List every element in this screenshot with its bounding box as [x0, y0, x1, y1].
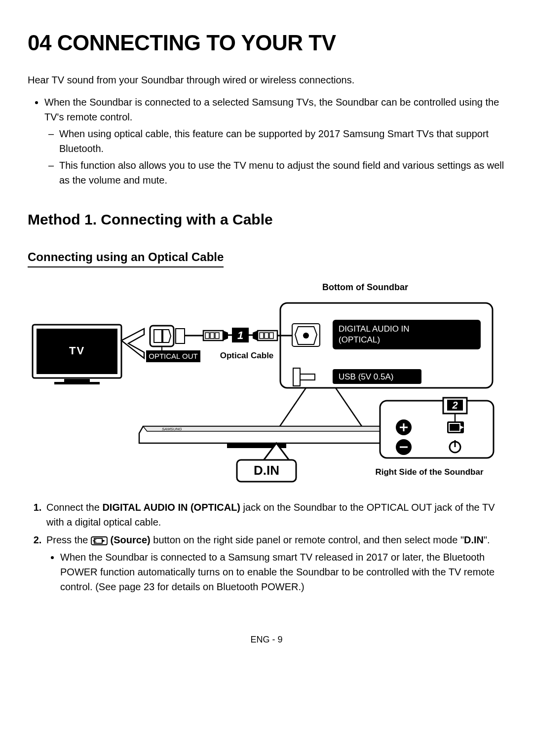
dash-1: When using optical cable, this feature c…: [59, 126, 505, 156]
step1-pre: Connect the: [46, 502, 102, 513]
optical-port-icon: [292, 324, 320, 346]
step2-bold: (Source): [108, 534, 151, 545]
intro-text: Hear TV sound from your Soundbar through…: [28, 73, 505, 87]
source-icon: [447, 421, 464, 433]
callout-1: 1: [237, 329, 243, 341]
svg-rect-29: [54, 382, 100, 384]
svg-rect-43: [258, 331, 277, 340]
tv-illustration: TV: [33, 325, 121, 384]
step2-bullets: When the Soundbar is connected to a Sams…: [46, 550, 505, 594]
plus-icon: [396, 419, 412, 435]
dash-list: When using optical cable, this feature c…: [44, 126, 505, 188]
step2-pre: Press the: [46, 534, 91, 545]
cable-end-left-icon: [203, 331, 228, 340]
callout-2: 2: [452, 400, 457, 411]
optical-out-label: OPTICAL OUT: [149, 352, 197, 360]
svg-line-8: [336, 388, 365, 431]
usb-label: USB (5V 0.5A): [339, 372, 394, 381]
intro-bullets: When the Soundbar is connected to a sele…: [28, 95, 505, 188]
svg-rect-5: [293, 368, 300, 386]
digital-audio-in-line2: (OPTICAL): [339, 335, 380, 344]
step1-bold: DIGITAL AUDIO IN (OPTICAL): [102, 502, 240, 513]
sub-title: Connecting using an Optical Cable: [28, 249, 224, 268]
step2-bullet-1: When the Soundbar is connected to a Sams…: [60, 550, 505, 594]
step-1: Connect the DIGITAL AUDIO IN (OPTICAL) j…: [44, 500, 505, 529]
method-title: Method 1. Connecting with a Cable: [28, 209, 505, 230]
connection-diagram: Bottom of Soundbar DIGITAL AUDIO IN (OPT…: [30, 275, 503, 486]
steps-list: Connect the DIGITAL AUDIO IN (OPTICAL) j…: [28, 500, 505, 595]
svg-rect-36: [203, 331, 223, 340]
step2-din: D.IN: [464, 534, 484, 545]
svg-point-3: [303, 333, 309, 339]
step2-end: ".: [484, 534, 490, 545]
page-footer: ENG - 9: [28, 634, 505, 646]
bullet-main: When the Soundbar is connected to a sele…: [44, 95, 505, 188]
optical-plug-left-icon: OPTICAL OUT: [146, 326, 200, 362]
svg-text:SAMSUNG: SAMSUNG: [162, 427, 182, 431]
bottom-soundbar-label: Bottom of Soundbar: [322, 282, 408, 292]
cable-end-right-icon: [253, 331, 277, 340]
page-title: 04 CONNECTING TO YOUR TV: [28, 28, 505, 58]
svg-rect-28: [64, 379, 90, 382]
minus-icon: [396, 439, 412, 455]
svg-rect-6: [300, 374, 315, 380]
din-label: D.IN: [254, 463, 279, 478]
tv-label: TV: [69, 344, 85, 357]
step2-mid: button on the right side panel or remote…: [151, 534, 464, 545]
optical-cable-label: Optical Cable: [220, 351, 274, 360]
step-2: Press the (Source) button on the right s…: [44, 532, 505, 595]
dash-2: This function also allows you to use the…: [59, 158, 505, 188]
svg-rect-32: [154, 330, 162, 342]
right-side-label: Right Side of the Soundbar: [375, 467, 483, 477]
source-button-icon: [91, 533, 108, 548]
svg-line-7: [276, 388, 306, 431]
svg-rect-31: [176, 329, 185, 343]
digital-audio-in-line1: DIGITAL AUDIO IN: [339, 324, 410, 334]
bullet-main-text: When the Soundbar is connected to a sele…: [44, 97, 499, 122]
